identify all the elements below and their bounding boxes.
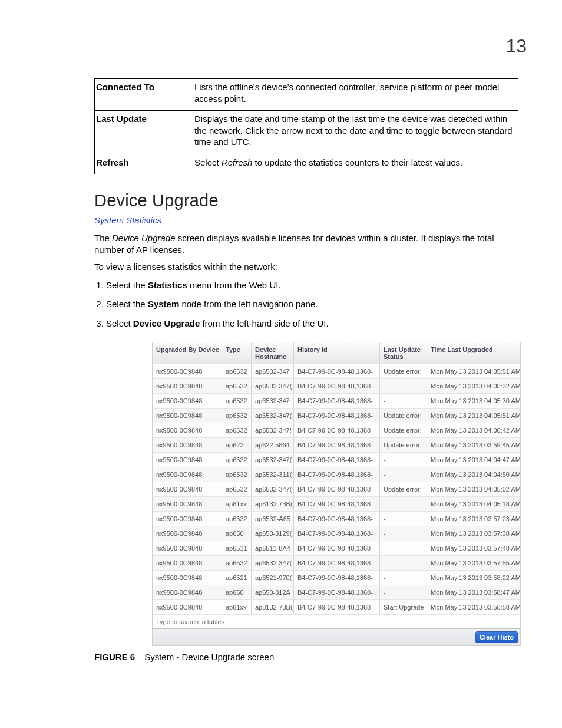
step-item: Select the System node from the left nav… (106, 298, 518, 311)
definition-desc: Displays the date and time stamp of the … (193, 111, 518, 154)
cell-status: - (380, 379, 427, 393)
definition-desc: Select Refresh to update the statistics … (193, 154, 518, 174)
table-search-row: Type to search in tables (153, 615, 520, 628)
cell-time: Mon May 13 2013 04:05:18 AM (427, 497, 520, 511)
cell-history: B4-C7-99-0C-98-48,1368- (294, 423, 380, 437)
cell-time: Mon May 13 2013 04:04:50 AM (427, 467, 520, 482)
table-row[interactable]: nx9500-0C9848ap81xxap8132-73B(B4-C7-99-0… (153, 600, 520, 615)
cell-upgraded-by: nx9500-0C9848 (153, 526, 222, 541)
cell-hostname: ap6511-8A4 (252, 541, 294, 555)
cell-history: B4-C7-99-0C-98-48,1368- (294, 526, 380, 541)
cell-time: Mon May 13 2013 04:04:47 AM (427, 453, 520, 467)
cell-status: - (380, 541, 427, 555)
table-row[interactable]: nx9500-0C9848ap650ap650-3129(B4-C7-99-0C… (153, 526, 520, 541)
cell-hostname: ap8132-73B( (252, 497, 294, 511)
cell-type: ap650 (222, 585, 252, 599)
cell-history: B4-C7-99-0C-98-48,1368- (294, 394, 380, 408)
cell-status: Update error: (380, 438, 427, 452)
definition-term: Refresh (95, 154, 193, 174)
table-row[interactable]: nx9500-0C9848ap6532ap6532-347(B4-C7-99-0… (153, 379, 520, 394)
cell-time: Mon May 13 2013 03:58:47 AM (427, 585, 520, 599)
cell-hostname: ap6532-347: (252, 394, 294, 408)
cell-time: Mon May 13 2013 04:00:42 AM (427, 423, 520, 437)
cell-status: Update error: (380, 482, 427, 496)
cell-history: B4-C7-99-0C-98-48,1368- (294, 379, 380, 393)
table-row[interactable]: nx9500-0C9848ap6521ap6521-970(B4-C7-99-0… (153, 571, 520, 585)
cell-hostname: ap6532-347( (252, 556, 294, 570)
step-item: Select Device Upgrade from the left-hand… (106, 317, 518, 331)
cell-history: B4-C7-99-0C-98-48,1368- (294, 497, 380, 511)
cell-status: - (380, 497, 427, 511)
lead-paragraph: To view a licenses statistics within the… (94, 261, 518, 273)
cell-time: Mon May 13 2013 03:57:38 AM (427, 526, 520, 541)
col-header-history[interactable]: History Id (294, 342, 380, 364)
col-header-time[interactable]: Time Last Upgraded (427, 342, 520, 364)
cell-hostname: ap6532-347( (252, 379, 294, 393)
figure-number: FIGURE 6 (94, 652, 135, 662)
cell-type: ap6532 (222, 467, 252, 482)
col-header-label: Upgraded By Device (156, 346, 219, 353)
cell-status: - (380, 394, 427, 408)
section-title: Device Upgrade (94, 191, 518, 210)
cell-type: ap6532 (222, 482, 252, 496)
table-row[interactable]: nx9500-0C9848ap6532ap6532-347(B4-C7-99-0… (153, 556, 520, 571)
cell-hostname: ap6521-970( (252, 571, 294, 585)
table-row[interactable]: nx9500-0C9848ap622ap622-5864.B4-C7-99-0C… (153, 438, 520, 453)
cell-upgraded-by: nx9500-0C9848 (153, 423, 222, 437)
col-header-hostname[interactable]: Device Hostname (252, 342, 294, 364)
table-row[interactable]: nx9500-0C9848ap6532ap6532-347B4-C7-99-0C… (153, 364, 520, 379)
section-subtitle-link[interactable]: System Statistics (94, 215, 518, 225)
cell-type: ap6532 (222, 409, 252, 423)
cell-upgraded-by: nx9500-0C9848 (153, 541, 222, 555)
cell-status: - (380, 467, 427, 482)
cell-time: Mon May 13 2013 03:57:48 AM (427, 541, 520, 555)
cell-status: - (380, 453, 427, 467)
cell-history: B4-C7-99-0C-98-48,1368- (294, 453, 380, 467)
cell-type: ap6532 (222, 512, 252, 526)
steps-list: Select the Statistics menu from the Web … (94, 279, 518, 331)
cell-history: B4-C7-99-0C-98-48,1368- (294, 438, 380, 452)
cell-hostname: ap6532-347( (252, 409, 294, 423)
page-number: 13 (35, 35, 527, 57)
table-row[interactable]: nx9500-0C9848ap6532ap6532-311(B4-C7-99-0… (153, 467, 520, 482)
cell-type: ap6532 (222, 364, 252, 378)
cell-status: - (380, 526, 427, 541)
cell-history: B4-C7-99-0C-98-48,1368- (294, 409, 380, 423)
table-row[interactable]: nx9500-0C9848ap81xxap8132-73B(B4-C7-99-0… (153, 497, 520, 512)
table-footer: Clear Histo (153, 628, 520, 645)
cell-upgraded-by: nx9500-0C9848 (153, 585, 222, 599)
cell-time: Mon May 13 2013 03:58:58 AM (427, 600, 520, 614)
definitions-table: Connected ToLists the offline's device's… (94, 78, 518, 174)
cell-upgraded-by: nx9500-0C9848 (153, 512, 222, 526)
table-row[interactable]: nx9500-0C9848ap6532ap6532-347!B4-C7-99-0… (153, 423, 520, 438)
cell-time: Mon May 13 2013 04:05:51 AM (427, 364, 520, 378)
table-row[interactable]: nx9500-0C9848ap6511ap6511-8A4B4-C7-99-0C… (153, 541, 520, 556)
col-header-upgraded-by[interactable]: Upgraded By Device (153, 342, 222, 364)
cell-history: B4-C7-99-0C-98-48,1368- (294, 512, 380, 526)
cell-time: Mon May 13 2013 03:57:23 AM (427, 512, 520, 526)
col-header-status[interactable]: Last Update Status (380, 342, 427, 364)
cell-status: - (380, 585, 427, 599)
cell-type: ap650 (222, 526, 252, 541)
table-search-input[interactable]: Type to search in tables (156, 618, 297, 625)
cell-time: Mon May 13 2013 04:05:51 AM (427, 409, 520, 423)
cell-time: Mon May 13 2013 04:05:02 AM (427, 482, 520, 496)
table-row[interactable]: nx9500-0C9848ap6532ap6532-347(B4-C7-99-0… (153, 409, 520, 423)
table-row[interactable]: nx9500-0C9848ap6532ap6532-347(B4-C7-99-0… (153, 453, 520, 467)
table-row[interactable]: nx9500-0C9848ap6532ap6532-A65B4-C7-99-0C… (153, 512, 520, 526)
definition-desc: Lists the offline's device's connected c… (193, 79, 518, 111)
cell-hostname: ap6532-311( (252, 467, 294, 482)
clear-history-button[interactable]: Clear Histo (475, 631, 518, 643)
col-header-type[interactable]: Type (222, 342, 252, 364)
figure-text: System - Device Upgrade screen (144, 652, 274, 662)
cell-upgraded-by: nx9500-0C9848 (153, 571, 222, 585)
cell-time: Mon May 13 2013 03:58:22 AM (427, 571, 520, 585)
cell-history: B4-C7-99-0C-98-48,1368- (294, 571, 380, 585)
cell-hostname: ap8132-73B( (252, 600, 294, 614)
table-row[interactable]: nx9500-0C9848ap650ap650-312AB4-C7-99-0C-… (153, 585, 520, 600)
cell-history: B4-C7-99-0C-98-48,1368- (294, 467, 380, 482)
cell-upgraded-by: nx9500-0C9848 (153, 497, 222, 511)
table-row[interactable]: nx9500-0C9848ap6532ap6532-347(B4-C7-99-0… (153, 482, 520, 497)
table-row[interactable]: nx9500-0C9848ap6532ap6532-347:B4-C7-99-0… (153, 394, 520, 409)
cell-history: B4-C7-99-0C-98-48,1368- (294, 364, 380, 378)
